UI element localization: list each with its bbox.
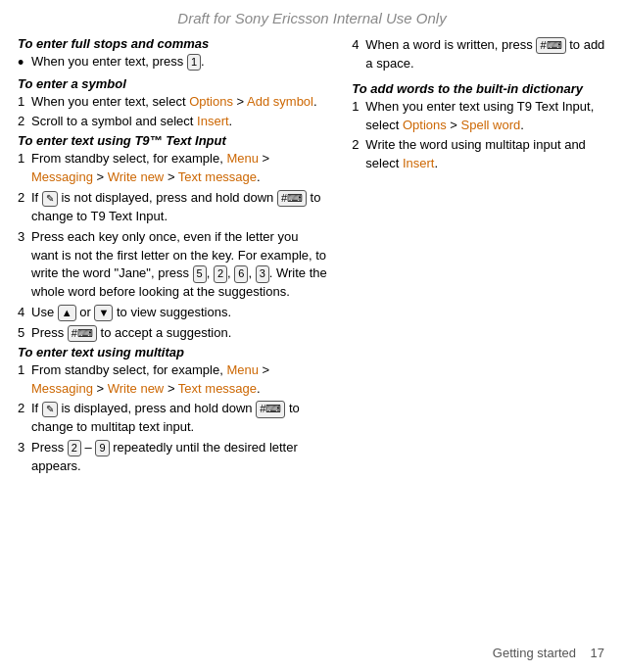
list-item: 2 If ✎ is displayed, press and hold down… [18, 400, 328, 437]
add-symbol-link: Add symbol [247, 94, 313, 109]
left-column: To enter full stops and commas • When yo… [18, 36, 336, 478]
list-item: 2 Scroll to a symbol and select Insert. [18, 113, 328, 131]
item-text: If ✎ is not displayed, press and hold do… [31, 189, 328, 226]
spell-word-link: Spell word [461, 118, 521, 132]
item-text: When you enter text using T9 Text Input,… [365, 98, 606, 135]
list-num: 2 [352, 136, 365, 173]
list-num: 1 [18, 93, 31, 112]
section-t9: To enter text using T9™ Text Input 1 Fro… [18, 133, 328, 342]
page-header: Draft for Sony Ericsson Internal Use Onl… [0, 0, 624, 32]
list-num: 4 [352, 36, 365, 73]
item-text: From standby select, for example, Menu >… [31, 150, 328, 187]
down-arrow-icon: ▼ [94, 305, 113, 321]
list-item: 2 If ✎ is not displayed, press and hold … [18, 189, 328, 226]
options-link: Options [189, 94, 233, 109]
list-item: 4 Use ▲ or ▼ to view suggestions. [18, 304, 328, 322]
text-message-link: Text message [178, 169, 257, 184]
list-num: 5 [18, 324, 31, 343]
list-num: 1 [352, 98, 365, 135]
list-num: 2 [18, 113, 31, 131]
key-5-icon: 5 [193, 265, 207, 282]
menu-link: Menu [226, 151, 259, 166]
section-title-t9: To enter text using T9™ Text Input [18, 133, 328, 148]
section-title-multitap: To enter text using multitap [18, 345, 328, 360]
list-item: 1 When you enter text using T9 Text Inpu… [352, 98, 606, 135]
list-num: 3 [18, 228, 31, 302]
list-item: 1 When you enter text, select Options > … [18, 93, 328, 112]
list-item: • When you enter text, press 1. [18, 53, 328, 74]
section-title-full-stops: To enter full stops and commas [18, 36, 328, 51]
list-num: 2 [18, 400, 31, 437]
section-full-stops: To enter full stops and commas • When yo… [18, 36, 328, 74]
key-2-icon: 2 [214, 265, 227, 282]
page-footer: Getting started 17 [493, 646, 604, 660]
messaging-link: Messaging [31, 169, 93, 184]
hash-key-icon2: #⌨ [256, 401, 285, 417]
right-column: 4 When a word is written, press #⌨ to ad… [346, 36, 606, 478]
key-1-icon: 1 [187, 54, 201, 71]
list-num: 3 [18, 439, 31, 476]
bullet-icon: • [18, 53, 31, 74]
key-2b-icon: 2 [68, 440, 81, 456]
hash-key-icon: #⌨ [277, 190, 307, 207]
pencil-icon: ✎ [42, 191, 58, 207]
page-number: 17 [591, 646, 604, 660]
insert-link: Insert [197, 114, 229, 128]
item-text: When a word is written, press #⌨ to add … [365, 36, 606, 73]
up-arrow-icon: ▲ [58, 305, 76, 321]
item-text: If ✎ is displayed, press and hold down #… [31, 400, 328, 437]
section-multitap: To enter text using multitap 1 From stan… [18, 345, 328, 476]
item-text: When you enter text, press 1. [31, 53, 205, 74]
list-item: 3 Press 2 – 9 repeatedly until the desir… [18, 439, 328, 476]
list-item: 1 From standby select, for example, Menu… [18, 150, 328, 187]
hash-space-icon: #⌨ [536, 37, 565, 54]
text-message-link2: Text message [178, 381, 257, 396]
footer-section: Getting started [493, 646, 576, 660]
menu-link2: Menu [226, 362, 259, 377]
item-text: Press #⌨ to accept a suggestion. [31, 324, 231, 343]
item-text: Scroll to a symbol and select Insert. [31, 113, 232, 131]
item-text: From standby select, for example, Menu >… [31, 361, 328, 399]
options-link2: Options [403, 118, 447, 132]
list-num: 1 [18, 150, 31, 187]
list-item: 3 Press each key only once, even if the … [18, 228, 328, 302]
list-item: 2 Write the word using multitap input an… [352, 136, 606, 173]
insert-link2: Insert [403, 156, 435, 170]
list-num: 2 [18, 189, 31, 226]
item-text: Press 2 – 9 repeatedly until the desired… [31, 439, 328, 476]
messaging-link2: Messaging [31, 381, 93, 396]
list-num: 4 [18, 304, 31, 322]
list-item-4-continued: 4 When a word is written, press #⌨ to ad… [352, 36, 606, 73]
list-num: 1 [18, 361, 31, 399]
hash-accept-icon: #⌨ [68, 325, 97, 342]
section-symbol: To enter a symbol 1 When you enter text,… [18, 76, 328, 132]
item-text: Write the word using multitap input and … [365, 136, 606, 173]
item-text: Use ▲ or ▼ to view suggestions. [31, 304, 231, 322]
key-3-icon: 3 [256, 265, 269, 282]
key-9-icon: 9 [95, 440, 109, 456]
write-new-link2: Write new [108, 381, 165, 396]
pencil-icon2: ✎ [42, 402, 58, 417]
item-text: When you enter text, select Options > Ad… [31, 93, 317, 112]
section-title-dictionary: To add words to the built-in dictionary [352, 81, 606, 96]
item-text: Press each key only once, even if the le… [31, 228, 328, 302]
page-content: To enter full stops and commas • When yo… [0, 32, 624, 507]
list-item: 5 Press #⌨ to accept a suggestion. [18, 324, 328, 343]
list-item: 1 From standby select, for example, Menu… [18, 361, 328, 399]
write-new-link: Write new [108, 169, 165, 184]
section-add-dictionary: To add words to the built-in dictionary … [352, 81, 606, 173]
section-title-symbol: To enter a symbol [18, 76, 328, 91]
key-6-icon: 6 [234, 265, 248, 282]
